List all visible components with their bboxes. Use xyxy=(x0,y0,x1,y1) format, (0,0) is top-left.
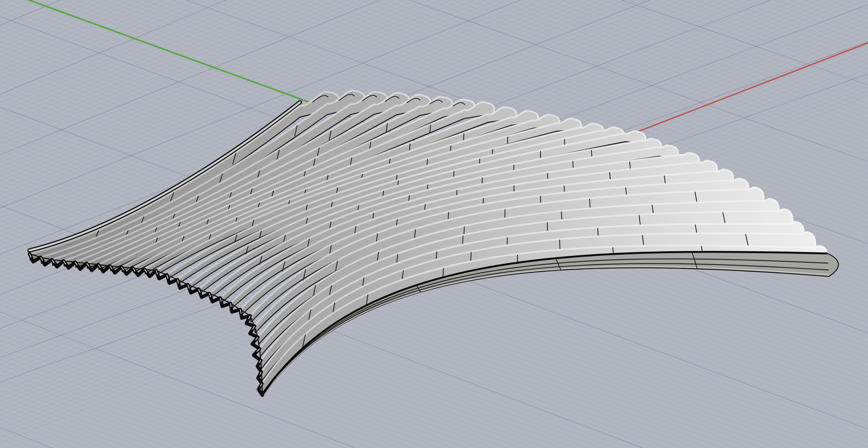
perspective-viewport[interactable] xyxy=(0,0,868,448)
scene-svg xyxy=(0,0,868,448)
